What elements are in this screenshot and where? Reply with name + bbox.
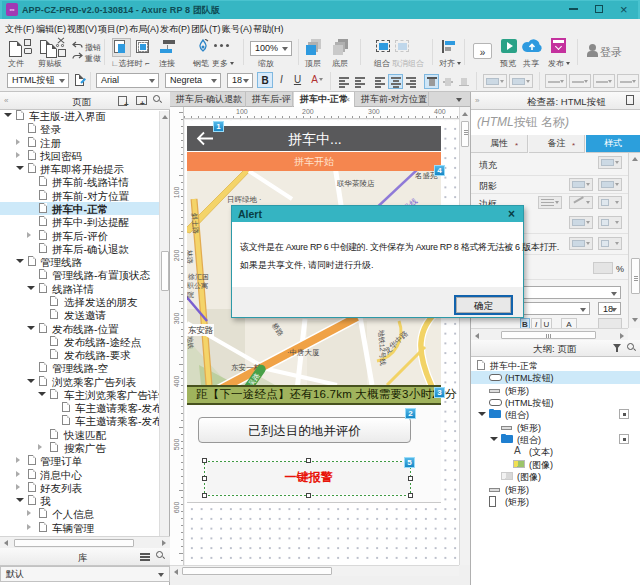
svg-text:·中唐大厦: ·中唐大厦 bbox=[287, 348, 320, 357]
svg-text:东安路: 东安路 bbox=[188, 325, 214, 335]
svg-text:林路: 林路 bbox=[187, 249, 194, 265]
svg-text:日晖绿地 ·: 日晖绿地 · bbox=[227, 195, 262, 204]
svg-text:院: 院 bbox=[187, 291, 194, 299]
svg-text:联华茶陵店: 联华茶陵店 bbox=[336, 179, 375, 188]
svg-text:徐汇国: 徐汇国 bbox=[188, 273, 209, 281]
svg-text:职公寓: 职公寓 bbox=[187, 282, 208, 289]
svg-text:地铁: 地铁 bbox=[187, 336, 195, 350]
